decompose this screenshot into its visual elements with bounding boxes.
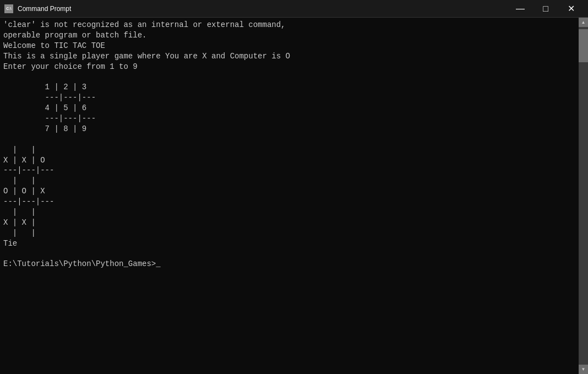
window-title: Command Prompt bbox=[18, 5, 508, 13]
scrollbar-thumb[interactable] bbox=[579, 29, 588, 62]
app-icon: C:\ bbox=[4, 4, 13, 13]
scrollbar-track[interactable] bbox=[579, 27, 588, 365]
minimize-button[interactable]: — bbox=[508, 0, 533, 18]
close-button[interactable]: ✕ bbox=[558, 0, 584, 18]
scroll-down-button[interactable]: ▼ bbox=[579, 365, 588, 374]
console-output[interactable]: 'clear' is not recognized as an internal… bbox=[0, 18, 579, 374]
window-controls: — □ ✕ bbox=[508, 0, 584, 18]
command-prompt-window: C:\ Command Prompt — □ ✕ 'clear' is not … bbox=[0, 0, 588, 374]
scrollbar: ▲ ▼ bbox=[579, 18, 588, 374]
console-area: 'clear' is not recognized as an internal… bbox=[0, 18, 588, 374]
scroll-up-button[interactable]: ▲ bbox=[579, 18, 588, 27]
title-bar: C:\ Command Prompt — □ ✕ bbox=[0, 0, 588, 18]
maximize-button[interactable]: □ bbox=[533, 0, 558, 18]
